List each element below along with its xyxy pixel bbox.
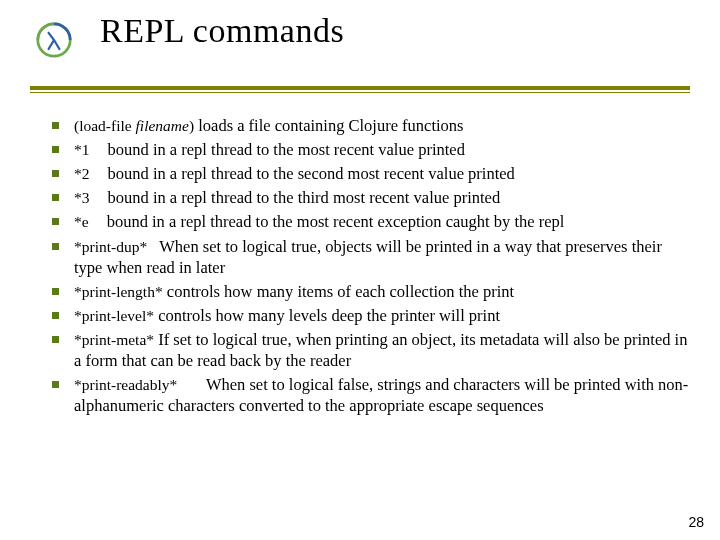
- lambda-logo-icon: [36, 22, 72, 58]
- list-item: *print-level* controls how many levels d…: [48, 305, 690, 326]
- page-number: 28: [688, 514, 704, 530]
- list-item: *2bound in a repl thread to the second m…: [48, 163, 690, 184]
- desc-text: bound in a repl thread to the third most…: [108, 188, 501, 207]
- code-text: (load-file: [74, 117, 132, 134]
- desc-text: If set to logical true, when printing an…: [74, 330, 687, 370]
- code-text: *1: [74, 141, 90, 158]
- bullet-icon: [52, 122, 59, 129]
- bullet-icon: [52, 194, 59, 201]
- code-arg: filename: [132, 117, 189, 134]
- desc-text: bound in a repl thread to the most recen…: [107, 212, 565, 231]
- bullet-icon: [52, 218, 59, 225]
- list-item: (load-file filename) loads a file contai…: [48, 115, 690, 136]
- list-item: *1bound in a repl thread to the most rec…: [48, 139, 690, 160]
- slide-content: (load-file filename) loads a file contai…: [0, 93, 720, 416]
- list-item: *print-length* controls how many items o…: [48, 281, 690, 302]
- desc-text: loads a file containing Clojure function…: [194, 116, 463, 135]
- desc-text: controls how many items of each collecti…: [167, 282, 514, 301]
- code-text: *print-readably*: [74, 376, 177, 393]
- desc-text: controls how many levels deep the printe…: [158, 306, 500, 325]
- code-text: *print-meta*: [74, 331, 154, 348]
- list-item: *ebound in a repl thread to the most rec…: [48, 211, 690, 232]
- code-text: *e: [74, 213, 89, 230]
- bullet-icon: [52, 336, 59, 343]
- bullet-icon: [52, 146, 59, 153]
- code-text: *3: [74, 189, 90, 206]
- bullet-icon: [52, 288, 59, 295]
- code-text: *print-length*: [74, 283, 163, 300]
- bullet-icon: [52, 243, 59, 250]
- list-item: *3bound in a repl thread to the third mo…: [48, 187, 690, 208]
- code-text: *2: [74, 165, 90, 182]
- bullet-icon: [52, 170, 59, 177]
- bullet-icon: [52, 381, 59, 388]
- list-item: *print-readably* When set to logical fal…: [48, 374, 690, 416]
- header-rule-thick: [30, 86, 690, 90]
- list-item: *print-dup* When set to logical true, ob…: [48, 236, 690, 278]
- desc-text: bound in a repl thread to the most recen…: [108, 140, 465, 159]
- slide-header: REPL commands: [0, 0, 720, 84]
- bullet-icon: [52, 312, 59, 319]
- code-text: *print-level*: [74, 307, 154, 324]
- desc-text: When set to logical true, objects will b…: [74, 237, 662, 277]
- list-item: *print-meta* If set to logical true, whe…: [48, 329, 690, 371]
- code-text: *print-dup*: [74, 238, 147, 255]
- desc-text: bound in a repl thread to the second mos…: [108, 164, 515, 183]
- slide-title: REPL commands: [100, 12, 720, 50]
